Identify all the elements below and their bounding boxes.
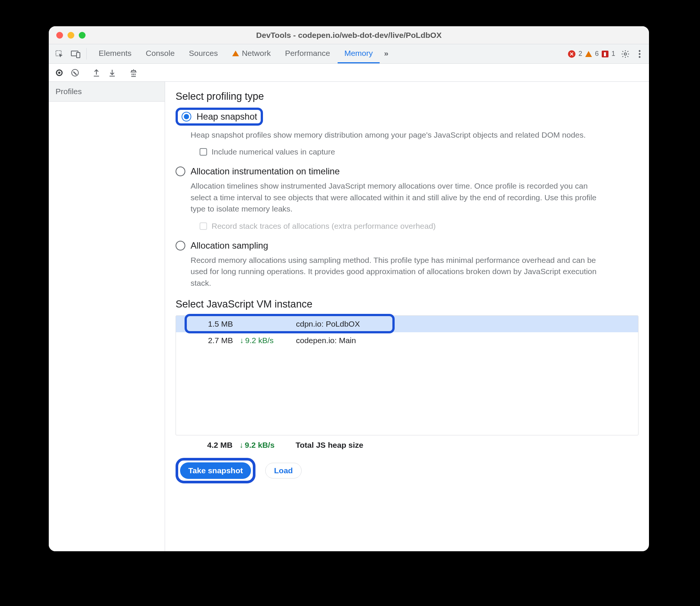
vm-row[interactable]: 1.5 MB cdpn.io: PoLdbOX xyxy=(176,316,638,332)
trend-down-icon: ↓ xyxy=(239,441,243,450)
svg-rect-2 xyxy=(77,52,80,58)
close-window-button[interactable] xyxy=(56,32,63,39)
checkbox-icon[interactable] xyxy=(200,148,207,156)
total-label: Total JS heap size xyxy=(296,441,638,450)
tab-sources[interactable]: Sources xyxy=(182,44,225,63)
download-icon[interactable] xyxy=(105,66,119,80)
radio-heap-snapshot[interactable] xyxy=(182,112,191,122)
issues-count: 1 xyxy=(611,50,615,58)
issue-badges[interactable]: ✕2 6 ▮1 xyxy=(568,44,615,63)
tab-label: Performance xyxy=(285,49,330,58)
error-count: 2 xyxy=(578,50,582,58)
option-description: Record memory allocations using sampling… xyxy=(191,255,603,289)
tab-console[interactable]: Console xyxy=(139,44,182,63)
memory-toolbar xyxy=(49,64,649,82)
device-toolbar-icon[interactable] xyxy=(68,44,83,63)
more-menu-icon[interactable] xyxy=(633,44,646,63)
total-size: 4.2 MB xyxy=(176,441,239,450)
tab-label: Console xyxy=(146,49,175,58)
collect-garbage-icon[interactable] xyxy=(127,66,140,80)
memory-body: Profiles Select profiling type Heap snap… xyxy=(49,82,649,551)
checkbox-icon xyxy=(200,222,207,230)
minimize-window-button[interactable] xyxy=(68,32,74,39)
option-description: Allocation timelines show instrumented J… xyxy=(191,180,603,214)
clear-icon[interactable] xyxy=(68,66,82,80)
checkbox-label: Record stack traces of allocations (extr… xyxy=(212,222,436,231)
vm-rate-value: 9.2 kB/s xyxy=(245,336,274,345)
vm-row[interactable]: 2.7 MB ↓ 9.2 kB/s codepen.io: Main xyxy=(176,332,638,349)
vm-size: 1.5 MB xyxy=(176,320,240,328)
tab-network[interactable]: Network xyxy=(225,44,278,63)
option-title: Allocation instrumentation on timeline xyxy=(191,166,340,177)
warning-count: 6 xyxy=(595,50,599,58)
error-icon: ✕ xyxy=(568,50,575,58)
vm-name: cdpn.io: PoLdbOX xyxy=(296,320,638,328)
total-rate: ↓ 9.2 kB/s xyxy=(239,441,296,450)
option-allocation-timeline: Allocation instrumentation on timeline A… xyxy=(176,166,638,230)
tab-label: Memory xyxy=(344,49,373,58)
tab-memory[interactable]: Memory xyxy=(338,44,380,63)
total-rate-value: 9.2 kB/s xyxy=(245,441,275,450)
settings-icon[interactable] xyxy=(619,44,632,63)
tab-performance[interactable]: Performance xyxy=(278,44,337,63)
option-description: Heap snapshot profiles show memory distr… xyxy=(191,129,603,141)
action-buttons: Take snapshot Load xyxy=(176,458,638,483)
tab-label: Sources xyxy=(189,49,218,58)
svg-point-3 xyxy=(624,53,626,55)
overflow-label: » xyxy=(384,49,389,58)
highlight-ring: Take snapshot xyxy=(176,458,255,483)
tab-elements[interactable]: Elements xyxy=(92,44,138,63)
tabs-overflow[interactable]: » xyxy=(380,44,392,63)
tab-label: Network xyxy=(242,49,271,58)
inspect-element-icon[interactable] xyxy=(52,44,67,63)
svg-point-4 xyxy=(639,50,641,52)
select-vm-heading: Select JavaScript VM instance xyxy=(176,298,638,310)
option-heap-snapshot: Heap snapshot Heap snapshot profiles sho… xyxy=(176,108,638,156)
profiles-heading: Profiles xyxy=(49,82,165,102)
warning-icon xyxy=(585,51,592,57)
radio-allocation-timeline[interactable] xyxy=(176,166,185,176)
panel-tabbar: Elements Console Sources Network Perform… xyxy=(49,44,649,64)
record-icon[interactable] xyxy=(53,66,66,80)
total-heap-row: 4.2 MB ↓ 9.2 kB/s Total JS heap size xyxy=(176,435,638,451)
zoom-window-button[interactable] xyxy=(79,32,86,39)
record-stack-traces-row: Record stack traces of allocations (extr… xyxy=(200,222,638,231)
divider xyxy=(86,48,87,60)
include-numerical-values-row[interactable]: Include numerical values in capture xyxy=(200,147,638,156)
vm-size: 2.7 MB xyxy=(176,336,240,345)
load-button[interactable]: Load xyxy=(265,463,301,478)
select-profiling-type-heading: Select profiling type xyxy=(176,91,638,102)
devtools-window: DevTools - codepen.io/web-dot-dev/live/P… xyxy=(49,26,649,551)
option-allocation-sampling: Allocation sampling Record memory alloca… xyxy=(176,240,638,289)
profiles-sidebar: Profiles xyxy=(49,82,165,551)
option-title: Heap snapshot xyxy=(197,111,257,122)
svg-point-5 xyxy=(639,53,641,55)
tab-label: Elements xyxy=(99,49,132,58)
upload-icon[interactable] xyxy=(90,66,103,80)
issues-icon: ▮ xyxy=(602,51,608,57)
window-controls xyxy=(56,32,86,39)
window-title: DevTools - codepen.io/web-dot-dev/live/P… xyxy=(49,31,649,40)
svg-point-6 xyxy=(639,56,641,58)
highlight-ring: Heap snapshot xyxy=(176,108,263,126)
radio-allocation-sampling[interactable] xyxy=(176,241,185,250)
checkbox-label: Include numerical values in capture xyxy=(212,147,335,156)
vm-name: codepen.io: Main xyxy=(296,336,638,345)
warning-icon xyxy=(232,51,239,56)
take-snapshot-button[interactable]: Take snapshot xyxy=(180,462,251,479)
trend-down-icon: ↓ xyxy=(240,336,244,345)
memory-main-panel: Select profiling type Heap snapshot Heap… xyxy=(165,82,649,551)
vm-instance-list: 1.5 MB cdpn.io: PoLdbOX 2.7 MB ↓ 9.2 kB/… xyxy=(176,315,638,435)
option-title: Allocation sampling xyxy=(191,240,268,251)
vm-rate: ↓ 9.2 kB/s xyxy=(240,336,296,345)
titlebar: DevTools - codepen.io/web-dot-dev/live/P… xyxy=(49,26,649,44)
panel-tabs: Elements Console Sources Network Perform… xyxy=(92,44,392,63)
